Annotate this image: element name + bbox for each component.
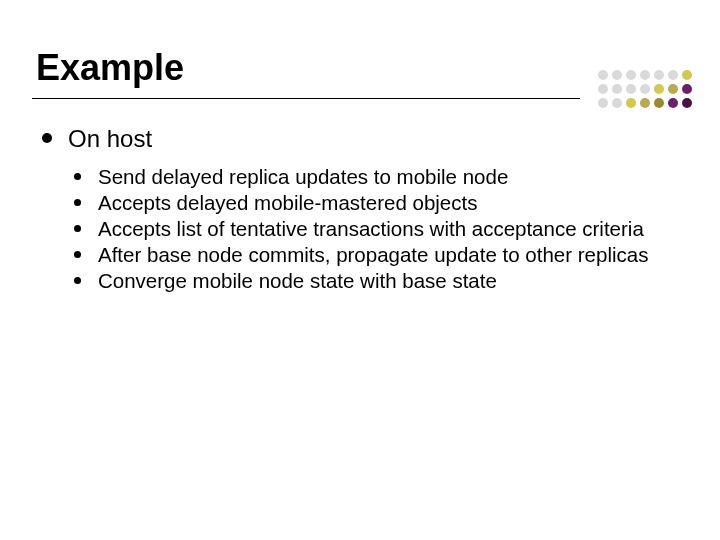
dot <box>598 70 608 80</box>
dot <box>654 70 664 80</box>
dot <box>612 70 622 80</box>
dots-row <box>598 70 692 80</box>
slide-title: Example <box>36 48 684 88</box>
decoration-dots <box>598 70 692 112</box>
dot <box>654 84 664 94</box>
dots-row <box>598 84 692 94</box>
dot <box>668 84 678 94</box>
dot <box>598 84 608 94</box>
bullet-list-level1: On host Send delayed replica updates to … <box>36 124 684 293</box>
dot <box>668 98 678 108</box>
bullet-level1-item: On host Send delayed replica updates to … <box>36 124 684 293</box>
dot <box>640 98 650 108</box>
dot <box>654 98 664 108</box>
dot <box>682 84 692 94</box>
bullet-level2-item: Send delayed replica updates to mobile n… <box>68 164 684 189</box>
dot <box>640 70 650 80</box>
dots-row <box>598 98 692 108</box>
dot <box>626 98 636 108</box>
bullet-level2-item: After base node commits, propagate updat… <box>68 242 684 267</box>
dot <box>626 84 636 94</box>
dot <box>598 98 608 108</box>
dot <box>612 98 622 108</box>
bullet-level2-item: Accepts list of tentative transactions w… <box>68 216 684 241</box>
dot <box>682 70 692 80</box>
bullet-level2-item: Converge mobile node state with base sta… <box>68 268 684 293</box>
dot <box>626 70 636 80</box>
bullet-list-level2: Send delayed replica updates to mobile n… <box>68 164 684 293</box>
bullet-level1-text: On host <box>68 125 152 152</box>
slide: Example On host Send delayed replica upd… <box>0 0 720 540</box>
bullet-level2-item: Accepts delayed mobile-mastered objects <box>68 190 684 215</box>
dot <box>612 84 622 94</box>
dot <box>682 98 692 108</box>
title-rule <box>32 98 580 99</box>
dot <box>640 84 650 94</box>
dot <box>668 70 678 80</box>
